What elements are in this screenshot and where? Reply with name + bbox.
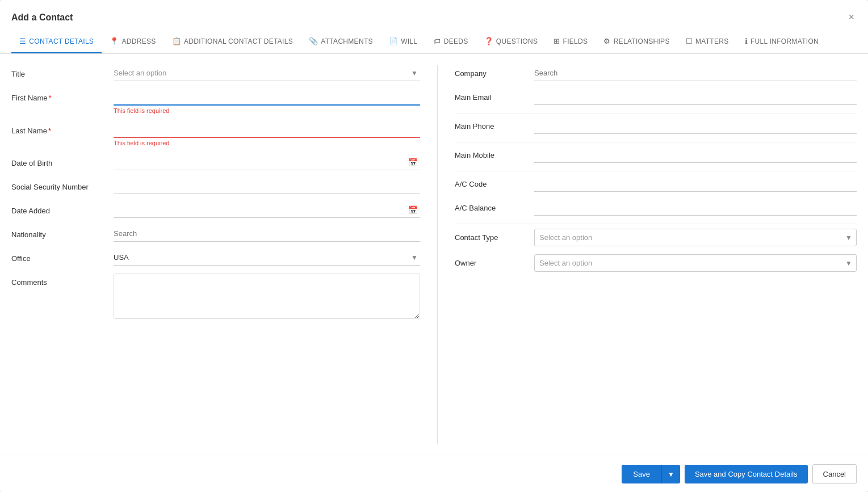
- close-button[interactable]: ×: [846, 9, 857, 26]
- date-added-row: Date Added 27/01/2025 📅: [11, 202, 420, 218]
- company-row: Company: [455, 65, 857, 81]
- main-mobile-label: Main Mobile: [455, 151, 534, 159]
- title-label: Title: [11, 65, 114, 78]
- nationality-row: Nationality: [11, 226, 420, 242]
- dob-input[interactable]: [114, 154, 420, 170]
- title-row: Title Select an option ▼: [11, 65, 420, 81]
- add-contact-modal: Add a Contact × ☰ CONTACT DETAILS 📍 ADDR…: [0, 0, 868, 492]
- company-search-input[interactable]: [534, 65, 857, 81]
- company-field: [534, 65, 857, 81]
- contact-details-icon: ☰: [19, 37, 26, 45]
- first-name-label: First Name*: [11, 89, 114, 102]
- dob-label: Date of Birth: [11, 154, 114, 167]
- ac-balance-row: A/C Balance: [455, 200, 857, 216]
- last-name-row: Last Name* This field is required: [11, 122, 420, 146]
- contact-type-row: Contact Type Select an option ▼: [455, 229, 857, 246]
- main-phone-label: Main Phone: [455, 122, 534, 131]
- last-name-field: This field is required: [114, 122, 420, 146]
- left-section: Title Select an option ▼ First Name*: [11, 65, 420, 444]
- deeds-icon: 🏷: [433, 37, 441, 45]
- main-phone-row: Main Phone: [455, 118, 857, 134]
- date-added-label: Date Added: [11, 202, 114, 215]
- save-copy-button[interactable]: Save and Copy Contact Details: [685, 465, 808, 483]
- ac-code-field: [534, 176, 857, 192]
- tab-relationships[interactable]: ⚙ RELATIONSHIPS: [596, 30, 677, 53]
- tab-contact-details[interactable]: ☰ CONTACT DETAILS: [11, 30, 102, 53]
- office-field: USA ▼: [114, 250, 420, 266]
- owner-label: Owner: [455, 259, 534, 267]
- first-name-input[interactable]: [114, 89, 420, 106]
- main-email-label: Main Email: [455, 93, 534, 102]
- contact-type-select-wrapper: Select an option ▼: [534, 229, 857, 246]
- save-button-group: Save ▼: [622, 465, 680, 483]
- comments-textarea[interactable]: [114, 274, 420, 319]
- ac-divider: [455, 224, 857, 224]
- company-label: Company: [455, 69, 534, 78]
- owner-select[interactable]: Select an option: [534, 254, 857, 272]
- nationality-label: Nationality: [11, 226, 114, 239]
- last-name-label: Last Name*: [11, 122, 114, 135]
- ac-code-input[interactable]: [534, 176, 857, 192]
- office-row: Office USA ▼: [11, 250, 420, 266]
- tab-matters[interactable]: ☐ MATTERS: [678, 30, 737, 53]
- nationality-search-input[interactable]: [114, 226, 420, 242]
- title-select[interactable]: Select an option: [114, 65, 420, 81]
- questions-icon: ❓: [484, 37, 493, 45]
- date-added-calendar-icon[interactable]: 📅: [408, 205, 418, 215]
- dob-row: Date of Birth 📅: [11, 154, 420, 170]
- tab-address[interactable]: 📍 ADDRESS: [102, 30, 163, 53]
- main-phone-field: [534, 118, 857, 134]
- owner-select-wrapper: Select an option ▼: [534, 254, 857, 272]
- save-button[interactable]: Save: [622, 465, 661, 483]
- save-dropdown-button[interactable]: ▼: [661, 465, 680, 483]
- title-select-wrapper: Select an option ▼: [114, 65, 420, 81]
- tab-full-information[interactable]: ℹ FULL INFORMATION: [737, 30, 827, 53]
- tab-fields[interactable]: ⊞ FIELDS: [546, 30, 596, 53]
- main-email-field: [534, 89, 857, 105]
- owner-row: Owner Select an option ▼: [455, 254, 857, 272]
- nationality-field: [114, 226, 420, 242]
- cancel-button[interactable]: Cancel: [812, 464, 857, 484]
- relationships-icon: ⚙: [603, 37, 610, 45]
- tab-attachments[interactable]: 📎 ATTACHMENTS: [301, 30, 381, 53]
- ssn-input[interactable]: [114, 178, 420, 194]
- office-label: Office: [11, 250, 114, 263]
- contact-type-select[interactable]: Select an option: [534, 229, 857, 246]
- comments-label: Comments: [11, 274, 114, 287]
- right-section: Company Main Email Main Phone: [455, 65, 857, 444]
- dob-calendar-icon[interactable]: 📅: [408, 158, 418, 167]
- date-added-input[interactable]: 27/01/2025: [114, 202, 420, 218]
- ac-code-label: A/C Code: [455, 180, 534, 188]
- contact-type-label: Contact Type: [455, 233, 534, 242]
- attachments-icon: 📎: [309, 37, 318, 45]
- tab-deeds[interactable]: 🏷 DEEDS: [425, 30, 476, 53]
- comments-field: [114, 274, 420, 321]
- ac-balance-field: [534, 200, 857, 216]
- office-select-wrapper: USA ▼: [114, 250, 420, 266]
- phone-divider: [455, 142, 857, 142]
- full-info-icon: ℹ: [745, 37, 748, 45]
- ac-balance-input[interactable]: [534, 200, 857, 216]
- comments-row: Comments: [11, 274, 420, 321]
- main-email-input[interactable]: [534, 89, 857, 105]
- tab-questions[interactable]: ❓ QUESTIONS: [476, 30, 546, 53]
- ac-balance-label: A/C Balance: [455, 204, 534, 212]
- first-name-required-star: *: [49, 94, 52, 102]
- tab-additional-contact[interactable]: 📋 ADDITIONAL CONTACT DETAILS: [164, 30, 301, 53]
- first-name-field: This field is required: [114, 89, 420, 114]
- address-icon: 📍: [110, 37, 119, 45]
- mobile-divider: [455, 171, 857, 171]
- tab-will[interactable]: 📄 WILL: [381, 30, 426, 53]
- fields-icon: ⊞: [553, 37, 560, 45]
- matters-icon: ☐: [686, 37, 693, 45]
- owner-field: Select an option ▼: [534, 254, 857, 272]
- last-name-input[interactable]: [114, 122, 420, 138]
- office-select[interactable]: USA: [114, 250, 420, 266]
- modal-title: Add a Contact: [11, 12, 73, 23]
- main-mobile-input[interactable]: [534, 147, 857, 163]
- first-name-error: This field is required: [114, 107, 420, 114]
- main-phone-input[interactable]: [534, 118, 857, 134]
- ssn-row: Social Security Number: [11, 178, 420, 194]
- last-name-error: This field is required: [114, 140, 420, 146]
- contact-type-field: Select an option ▼: [534, 229, 857, 246]
